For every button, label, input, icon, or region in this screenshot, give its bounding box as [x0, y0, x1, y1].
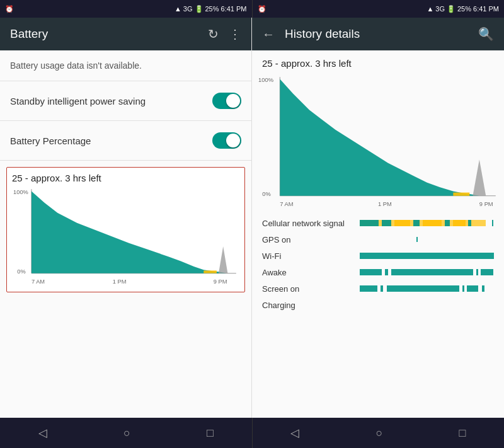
standby-toggle-knob	[226, 94, 240, 108]
wifi-row: Wi-Fi	[257, 248, 499, 264]
left-status-bar: ⏰ ▲ 3G 🔋 25% 6:41 PM	[0, 0, 252, 18]
left-back-nav-icon[interactable]: ◁	[38, 426, 47, 440]
svg-text:100%: 100%	[13, 188, 28, 195]
battery-percentage-setting-row: Battery Percentage	[0, 121, 251, 161]
left-home-nav-icon[interactable]: ○	[123, 427, 130, 440]
svg-text:1 PM: 1 PM	[378, 200, 392, 207]
svg-rect-42	[467, 285, 478, 292]
right-battery-icon: 🔋	[447, 5, 455, 13]
search-icon[interactable]: 🔍	[478, 26, 494, 42]
left-app-bar: Battery ↻ ⋮	[0, 18, 251, 50]
svg-rect-33	[385, 269, 388, 275]
cellular-label: Cellular network signal	[262, 219, 360, 228]
svg-rect-28	[468, 220, 471, 226]
svg-text:9 PM: 9 PM	[214, 278, 227, 285]
svg-rect-40	[387, 285, 459, 292]
svg-rect-30	[416, 237, 418, 242]
left-battery-icon: 🔋	[195, 5, 203, 13]
charging-bar	[360, 301, 494, 309]
awake-label: Awake	[262, 268, 360, 277]
more-options-icon[interactable]: ⋮	[229, 26, 241, 42]
svg-rect-6	[203, 270, 217, 273]
right-home-nav-icon[interactable]: ○	[375, 427, 382, 440]
svg-marker-5	[219, 246, 227, 273]
refresh-icon[interactable]: ↻	[208, 26, 219, 42]
right-panel: ← History details 🔍 25 - approx. 3 hrs l…	[252, 18, 504, 418]
left-nav-bar: ◁ ○ □	[0, 418, 252, 448]
left-recents-nav-icon[interactable]: □	[207, 427, 214, 440]
left-alarm-icon: ⏰	[5, 5, 14, 13]
screen-on-row: Screen on	[257, 280, 499, 297]
history-chart-title: 25 - approx. 3 hrs left	[257, 50, 499, 71]
standby-label: Standby intelligent power saving	[10, 96, 146, 106]
right-battery-chart: 100% 0% 7 AM 1 PM 9 PM	[257, 74, 499, 212]
left-app-bar-title: Battery	[10, 27, 198, 41]
right-battery-label: 25%	[457, 5, 471, 13]
svg-rect-22	[382, 220, 391, 226]
svg-rect-35	[476, 269, 478, 275]
battery-percentage-toggle[interactable]	[212, 132, 241, 149]
gps-label: GPS on	[262, 235, 360, 244]
svg-text:9 PM: 9 PM	[479, 200, 493, 207]
svg-rect-39	[381, 285, 383, 292]
svg-rect-34	[391, 269, 473, 275]
right-network-label: 3G	[435, 5, 445, 13]
svg-text:1 PM: 1 PM	[113, 278, 127, 285]
right-content: 25 - approx. 3 hrs left 100% 0%	[252, 50, 504, 418]
svg-rect-43	[482, 285, 484, 292]
svg-rect-38	[360, 285, 377, 292]
cellular-row: Cellular network signal	[257, 215, 499, 231]
svg-rect-36	[481, 269, 493, 275]
right-app-bar: ← History details 🔍	[252, 18, 504, 50]
svg-rect-31	[360, 253, 494, 259]
left-battery-label: 25%	[205, 5, 219, 13]
svg-text:0%: 0%	[262, 191, 270, 197]
svg-rect-16	[453, 193, 469, 196]
standby-toggle[interactable]	[212, 93, 241, 109]
left-time: 6:41 PM	[221, 5, 247, 13]
wifi-label: Wi-Fi	[262, 251, 360, 261]
status-bars: ⏰ ▲ 3G 🔋 25% 6:41 PM ⏰ ▲ 3G 🔋 25% 6:41 P…	[0, 0, 504, 18]
battery-card: 25 - approx. 3 hrs left 100% 0%	[6, 167, 245, 292]
svg-rect-24	[413, 220, 420, 226]
left-signal-icon: ▲	[175, 5, 181, 13]
battery-percentage-toggle-knob	[226, 134, 240, 147]
standby-setting-row: Standby intelligent power saving	[0, 81, 251, 121]
right-status-bar: ⏰ ▲ 3G 🔋 25% 6:41 PM	[252, 0, 505, 18]
screen-on-bar	[360, 284, 494, 293]
main-panels: Battery ↻ ⋮ Battery usage data isn't ava…	[0, 18, 504, 418]
right-app-bar-title: History details	[285, 27, 468, 41]
awake-bar	[360, 268, 494, 277]
charging-row: Charging	[257, 297, 499, 313]
screen-on-label: Screen on	[262, 284, 360, 294]
svg-rect-25	[423, 220, 442, 226]
nav-bars: ◁ ○ □ ◁ ○ □	[0, 418, 504, 448]
svg-text:7 AM: 7 AM	[280, 200, 293, 207]
info-text: Battery usage data isn't available.	[0, 50, 251, 81]
svg-rect-29	[492, 220, 493, 226]
right-recents-nav-icon[interactable]: □	[459, 427, 466, 440]
right-time: 6:41 PM	[473, 5, 499, 13]
right-alarm-icon: ⏰	[258, 5, 266, 13]
gps-row: GPS on	[257, 231, 499, 248]
back-icon[interactable]: ←	[262, 27, 275, 42]
svg-rect-21	[360, 220, 379, 226]
cellular-bar	[360, 219, 494, 227]
battery-chart-title: 25 - approx. 3 hrs left	[12, 173, 239, 183]
svg-marker-14	[280, 79, 479, 195]
battery-percentage-label: Battery Percentage	[10, 135, 91, 146]
svg-rect-26	[445, 220, 450, 226]
left-battery-chart: 100% 0% 7 AM 1 PM 9 PM	[12, 186, 239, 287]
svg-rect-23	[394, 220, 410, 226]
right-back-nav-icon[interactable]: ◁	[290, 426, 299, 440]
svg-rect-27	[453, 220, 466, 226]
left-panel: Battery ↻ ⋮ Battery usage data isn't ava…	[0, 18, 252, 418]
svg-text:100%: 100%	[258, 77, 273, 83]
right-chart-container: 100% 0% 7 AM 1 PM 9 PM	[257, 74, 499, 212]
right-signal-icon: ▲	[427, 5, 433, 13]
svg-text:7 AM: 7 AM	[32, 278, 45, 285]
left-content: Battery usage data isn't available. Stan…	[0, 50, 251, 418]
left-chart-container: 100% 0% 7 AM 1 PM 9 PM	[12, 186, 239, 287]
svg-text:0%: 0%	[17, 268, 26, 275]
right-nav-bar: ◁ ○ □	[252, 418, 505, 448]
